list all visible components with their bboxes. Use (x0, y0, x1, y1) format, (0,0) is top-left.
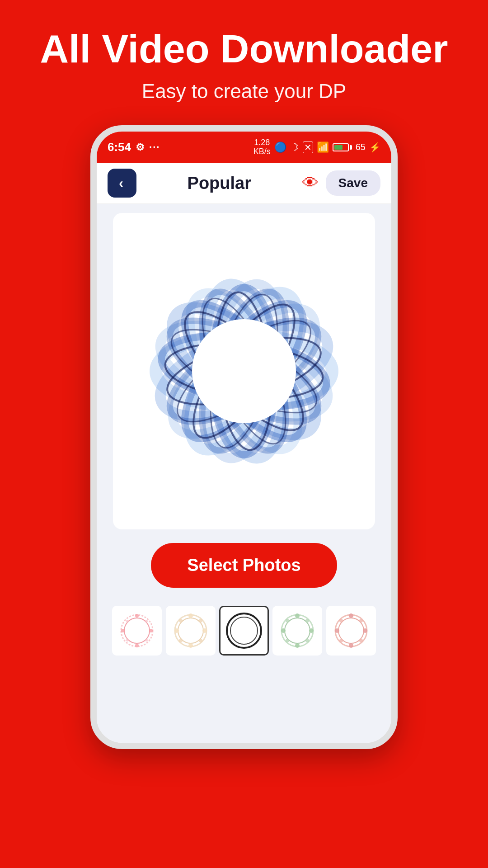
svg-point-54 (305, 639, 309, 642)
save-button[interactable]: Save (326, 170, 380, 196)
charging-icon: ⚡ (369, 142, 380, 153)
preview-icon[interactable]: 👁 (302, 174, 319, 193)
nav-bar: ‹ Popular 👁 Save (97, 163, 391, 204)
svg-point-67 (335, 628, 339, 633)
status-left: 6:54 ⚙ ··· (108, 140, 160, 154)
moon-icon: ☽ (290, 142, 299, 153)
svg-point-56 (286, 639, 289, 642)
battery-tip (350, 145, 352, 150)
phone-shell: 6:54 ⚙ ··· 1.28KB/s 🔵 ☽ ✕ 📶 (90, 125, 398, 749)
more-icon: ··· (149, 142, 160, 153)
svg-point-27 (121, 615, 153, 646)
app-subtitle: Easy to create your DP (18, 80, 470, 103)
back-arrow-icon: ‹ (119, 175, 123, 191)
svg-point-33 (135, 644, 139, 647)
content-area: Select Photos (97, 204, 391, 743)
svg-point-30 (145, 620, 148, 623)
svg-point-45 (174, 628, 179, 633)
svg-point-43 (188, 643, 193, 648)
status-bar: 6:54 ⚙ ··· 1.28KB/s 🔵 ☽ ✕ 📶 (97, 132, 391, 163)
svg-point-35 (121, 629, 125, 632)
svg-point-41 (202, 628, 207, 633)
nav-title: Popular (188, 174, 251, 193)
svg-point-62 (359, 619, 363, 623)
select-photos-button[interactable]: Select Photos (151, 543, 337, 588)
svg-point-40 (199, 619, 202, 623)
bluetooth-icon: 🔵 (274, 142, 286, 153)
status-time: 6:54 (108, 140, 131, 154)
svg-point-68 (339, 619, 343, 623)
svg-point-36 (126, 620, 129, 623)
thumbnail-2[interactable] (166, 606, 216, 656)
svg-point-63 (363, 628, 367, 633)
svg-point-34 (126, 639, 129, 642)
svg-point-39 (188, 613, 193, 618)
svg-point-65 (349, 643, 353, 648)
svg-point-32 (145, 639, 148, 642)
status-right: 1.28KB/s 🔵 ☽ ✕ 📶 65 ⚡ (253, 138, 380, 156)
phone-mockup: 6:54 ⚙ ··· 1.28KB/s 🔵 ☽ ✕ 📶 (90, 125, 398, 749)
nav-actions: 👁 Save (302, 170, 380, 196)
svg-point-31 (149, 629, 153, 632)
thumbnail-4[interactable] (272, 606, 322, 656)
battery-percent: 65 (356, 142, 366, 152)
svg-point-53 (309, 628, 314, 633)
app-title: All Video Downloader (18, 27, 470, 71)
blue-ring-svg (131, 258, 357, 484)
svg-point-26 (192, 319, 296, 423)
battery-indicator (333, 143, 352, 151)
thumbnail-3[interactable] (219, 606, 269, 656)
svg-point-46 (179, 619, 183, 623)
svg-point-42 (199, 639, 202, 642)
svg-point-48 (230, 617, 258, 644)
svg-point-44 (179, 639, 183, 642)
app-background: All Video Downloader Easy to create your… (0, 0, 488, 868)
thumbnail-5[interactable] (326, 606, 376, 656)
ring-visual (131, 258, 357, 484)
svg-point-29 (135, 614, 139, 618)
svg-point-47 (227, 613, 261, 648)
svg-point-55 (295, 643, 300, 648)
back-button[interactable]: ‹ (108, 169, 136, 198)
app-header: All Video Downloader Easy to create your… (0, 0, 488, 112)
thumbnail-1[interactable] (112, 606, 162, 656)
x-icon: ✕ (303, 142, 313, 153)
svg-point-66 (339, 639, 343, 642)
battery-fill (334, 145, 343, 150)
svg-point-57 (281, 628, 286, 633)
svg-point-58 (286, 619, 289, 623)
network-speed: 1.28KB/s (253, 138, 271, 156)
svg-point-61 (349, 613, 353, 618)
svg-point-64 (359, 639, 363, 642)
frame-display (113, 213, 375, 529)
svg-point-51 (295, 613, 300, 618)
svg-point-52 (305, 619, 309, 623)
wifi-icon: 📶 (317, 142, 329, 153)
thumbnails-row (106, 601, 382, 656)
settings-icon: ⚙ (136, 142, 145, 153)
